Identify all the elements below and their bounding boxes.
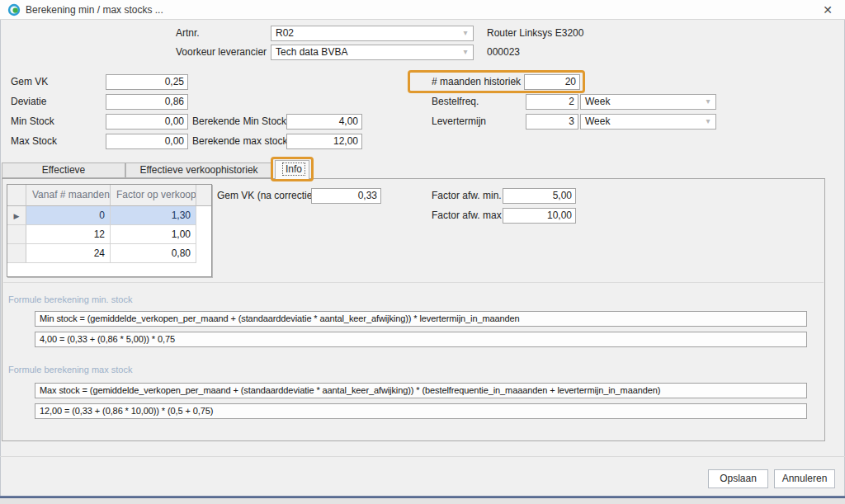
factor-afw-min-field[interactable]: 5,00 [503, 188, 576, 204]
bestelfreq-unit-combo[interactable]: Week ▾ [580, 94, 716, 110]
factor-afw-max-label: Factor afw. max [432, 208, 502, 224]
levertermijn-label: Levertermijn [432, 114, 486, 130]
formule-min-title: Formule berekening min. stock [8, 294, 132, 304]
berekende-min-field: 4,00 [286, 114, 362, 130]
grid-cell[interactable]: 1,00 [111, 225, 196, 244]
max-stock-field[interactable]: 0,00 [106, 134, 188, 149]
panel-separator [3, 282, 824, 283]
grid-cell[interactable]: 1,30 [111, 206, 196, 225]
dropdown-arrow-icon: ▾ [702, 95, 714, 109]
factor-afw-max-field[interactable]: 10,00 [503, 208, 576, 224]
grid-cell-filler [196, 244, 211, 263]
levertermijn-unit-value: Week [585, 115, 610, 127]
grid-row[interactable]: 24 0,80 [7, 244, 211, 263]
artnr-label: Artnr. [176, 26, 200, 41]
title-bar: Berekening min / max stocks ... ✕ [0, 0, 845, 20]
footer-separator [0, 456, 845, 457]
window-bottom-edge [0, 498, 845, 504]
formule-max-title: Formule berekening max stock [8, 365, 132, 374]
row-indicator [7, 225, 26, 244]
supplier-label: Voorkeur leverancier [176, 45, 267, 60]
grid-cell[interactable]: 0 [26, 206, 111, 225]
tab-info[interactable]: Info [275, 160, 309, 179]
gem-vk-corr-field: 0,33 [311, 188, 381, 204]
grid-col-header[interactable]: Factor op verkoop [111, 185, 196, 206]
grid-cell-filler [196, 225, 211, 244]
tab-effectieve-verkoophistoriek[interactable]: Effectieve verkoophistoriek [2, 163, 125, 178]
row-selector-arrow-icon: ▶ [14, 212, 20, 220]
bestelfreq-label: Bestelfreq. [432, 94, 479, 110]
grid-row[interactable]: ▶ 0 1,30 [7, 206, 211, 225]
berekende-max-field: 12,00 [286, 134, 362, 149]
window-title: Berekening min / max stocks ... [26, 0, 163, 20]
supplier-combo-value: Tech data BVBA [276, 46, 347, 58]
grid-col-header[interactable]: Vanaf # maanden [26, 185, 111, 206]
grid-cell[interactable]: 12 [26, 225, 111, 244]
grid-header-row: Vanaf # maanden Factor op verkoop [7, 185, 211, 206]
min-stock-field[interactable]: 0,00 [106, 114, 188, 130]
bestelfreq-field[interactable]: 2 [526, 94, 578, 110]
row-indicator: ▶ [7, 206, 26, 225]
formule-min-formula: Min stock = (gemiddelde_verkopen_per_maa… [35, 311, 807, 327]
formule-max-formula: Max stock = (gemiddelde_verkopen_per_maa… [35, 383, 807, 398]
dropdown-arrow-icon: ▾ [702, 115, 714, 129]
berekende-min-label: Berekende Min Stock [192, 114, 286, 130]
row-indicator [7, 244, 26, 263]
formule-max-calculation: 12,00 = (0,33 + (0,86 * 10,00)) * (0,5 +… [35, 403, 807, 419]
maanden-historiek-field[interactable]: 20 [524, 74, 580, 90]
cancel-button[interactable]: Annuleren [774, 469, 835, 488]
grid-indicator-header [7, 185, 26, 206]
grid-cell-filler [196, 206, 211, 225]
maanden-historiek-label: # maanden historiek [432, 74, 521, 90]
bestelfreq-unit-value: Week [585, 96, 610, 107]
dropdown-arrow-icon: ▾ [460, 45, 471, 59]
grid-cell[interactable]: 24 [26, 244, 111, 263]
tab-effectieve-verkoophistoriek-detail[interactable]: Effectieve verkoophistoriek detail [125, 163, 272, 178]
dialog-window: Berekening min / max stocks ... ✕ Artnr.… [0, 0, 845, 504]
save-button[interactable]: Opslaan [708, 469, 768, 488]
factor-grid[interactable]: Vanaf # maanden Factor op verkoop ▶ 0 1,… [7, 184, 212, 277]
levertermijn-field[interactable]: 3 [526, 114, 578, 130]
berekende-max-label: Berekende max stock [192, 134, 287, 149]
deviatie-field[interactable]: 0,86 [106, 94, 188, 110]
grid-cell[interactable]: 0,80 [111, 244, 196, 263]
factor-afw-min-label: Factor afw. min. [432, 188, 502, 204]
grid-header-filler [196, 185, 211, 206]
gem-vk-field[interactable]: 0,25 [106, 74, 188, 90]
close-icon[interactable]: ✕ [817, 0, 838, 20]
formule-min-calculation: 4,00 = (0,33 + (0,86 * 5,00)) * 0,75 [35, 332, 807, 347]
tab-label: Info [282, 163, 305, 176]
dropdown-arrow-icon: ▾ [460, 26, 471, 40]
levertermijn-unit-combo[interactable]: Week ▾ [580, 114, 716, 130]
artnr-description: Router Linksys E3200 [487, 26, 583, 41]
supplier-combo[interactable]: Tech data BVBA ▾ [271, 45, 474, 60]
artnr-combo-value: R02 [276, 27, 294, 39]
artnr-combo[interactable]: R02 ▾ [271, 26, 474, 41]
supplier-code: 000023 [487, 45, 520, 60]
min-stock-label: Min Stock [11, 114, 54, 130]
gem-vk-label: Gem VK [11, 74, 48, 90]
grid-row[interactable]: 12 1,00 [7, 225, 211, 244]
gem-vk-corr-label: Gem VK (na correctie) [217, 188, 315, 204]
app-logo-icon [7, 3, 21, 16]
deviatie-label: Deviatie [11, 94, 46, 110]
max-stock-label: Max Stock [11, 134, 57, 149]
